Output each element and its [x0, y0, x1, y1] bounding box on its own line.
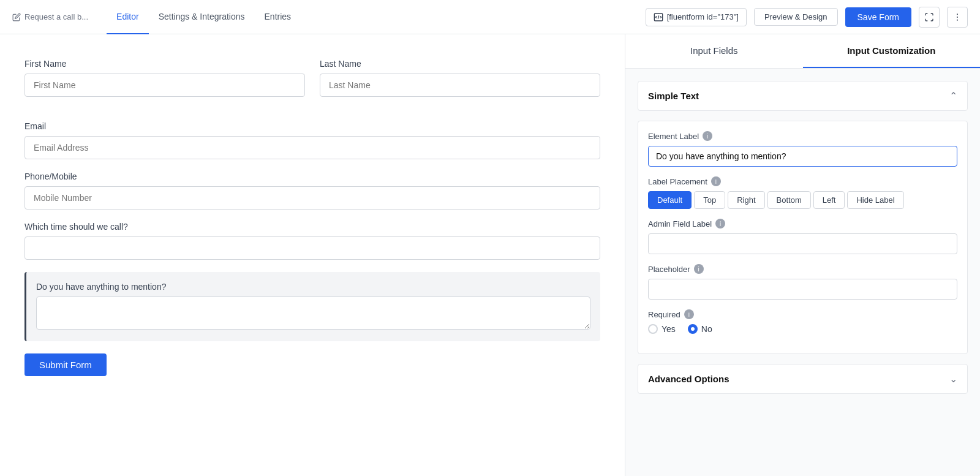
- more-options-button[interactable]: [947, 7, 968, 28]
- required-no-circle: [688, 324, 698, 334]
- placeholder-info-icon[interactable]: i: [694, 264, 704, 274]
- element-label-text: Element Label: [648, 132, 699, 141]
- shortcode-button[interactable]: [fluentform id="173"]: [646, 8, 747, 26]
- required-row: Required i Yes No: [648, 309, 957, 334]
- tab-editor[interactable]: Editor: [107, 0, 149, 34]
- svg-point-1: [957, 13, 958, 15]
- phone-group: Phone/Mobile: [24, 172, 600, 210]
- call-time-input[interactable]: [24, 236, 600, 260]
- admin-label-text: Admin Field Label: [648, 219, 712, 229]
- placement-right[interactable]: Right: [728, 191, 764, 209]
- email-label: Email: [24, 121, 600, 131]
- admin-field-label-row: Admin Field Label i: [648, 219, 957, 254]
- simple-text-chevron: ⌃: [949, 90, 957, 102]
- mention-group-highlighted: Do you have anything to mention?: [24, 272, 600, 341]
- name-row: First Name Last Name: [24, 59, 600, 109]
- last-name-input[interactable]: [320, 74, 600, 97]
- placeholder-row: Placeholder i: [648, 264, 957, 300]
- nav-tabs: Editor Settings & Integrations Entries: [107, 0, 301, 34]
- label-placement-row: Label Placement i Default Top Right Bott…: [648, 176, 957, 209]
- right-panel: Input Fields Input Customization Simple …: [625, 34, 980, 476]
- required-yes-label: Yes: [662, 324, 676, 334]
- element-label-input[interactable]: [648, 146, 957, 167]
- required-radio-group: Yes No: [648, 324, 957, 334]
- shortcode-icon: [654, 12, 663, 22]
- preview-design-button[interactable]: Preview & Design: [754, 8, 838, 26]
- required-no[interactable]: No: [688, 324, 712, 334]
- label-placement-info-icon[interactable]: i: [711, 176, 721, 186]
- simple-text-body: Element Label i Label Placement i Defaul…: [638, 121, 968, 354]
- required-text: Required: [648, 310, 680, 319]
- breadcrumb[interactable]: Request a call b...: [12, 12, 88, 21]
- tab-input-fields[interactable]: Input Fields: [625, 34, 803, 68]
- nav-left: Request a call b... Editor Settings & In…: [12, 0, 301, 34]
- breadcrumb-text: Request a call b...: [24, 12, 88, 21]
- mention-input[interactable]: [36, 297, 590, 330]
- tab-input-customization[interactable]: Input Customization: [803, 34, 981, 68]
- email-input[interactable]: [24, 136, 600, 159]
- placement-default[interactable]: Default: [648, 191, 692, 209]
- required-yes[interactable]: Yes: [648, 324, 676, 334]
- tab-settings[interactable]: Settings & Integrations: [149, 0, 255, 34]
- required-yes-circle: [648, 324, 658, 334]
- fullscreen-icon: [924, 12, 934, 22]
- shortcode-text: [fluentform id="173"]: [667, 12, 739, 21]
- admin-field-label-info-icon[interactable]: i: [715, 219, 725, 229]
- fullscreen-button[interactable]: [919, 7, 940, 28]
- label-placement-text: Label Placement: [648, 177, 707, 186]
- placeholder-field-label: Placeholder i: [648, 264, 957, 274]
- placement-bottom[interactable]: Bottom: [767, 191, 811, 209]
- submit-button[interactable]: Submit Form: [24, 353, 107, 376]
- placeholder-text: Placeholder: [648, 265, 690, 274]
- main-layout: First Name Last Name Email Phone/Mobile …: [0, 34, 980, 476]
- call-time-group: Which time should we call?: [24, 222, 600, 260]
- more-icon: [952, 12, 962, 22]
- simple-text-header[interactable]: Simple Text ⌃: [638, 81, 968, 111]
- top-nav: Request a call b... Editor Settings & In…: [0, 0, 980, 34]
- advanced-options-header[interactable]: Advanced Options ⌄: [638, 364, 968, 394]
- element-label-field-label: Element Label i: [648, 131, 957, 141]
- admin-field-label-input[interactable]: [648, 233, 957, 254]
- phone-input[interactable]: [24, 186, 600, 210]
- phone-label: Phone/Mobile: [24, 172, 600, 181]
- admin-field-label-field-label: Admin Field Label i: [648, 219, 957, 229]
- label-placement-field-label: Label Placement i: [648, 176, 957, 186]
- tab-entries[interactable]: Entries: [255, 0, 301, 34]
- svg-point-3: [957, 19, 958, 20]
- save-form-button[interactable]: Save Form: [845, 7, 911, 27]
- svg-point-2: [957, 17, 958, 18]
- first-name-input[interactable]: [24, 74, 305, 97]
- advanced-options-title: Advanced Options: [648, 374, 729, 384]
- last-name-group: Last Name: [320, 59, 600, 97]
- advanced-options-chevron: ⌄: [949, 373, 957, 385]
- required-info-icon[interactable]: i: [684, 309, 694, 319]
- placement-hide[interactable]: Hide Label: [847, 191, 903, 209]
- last-name-label: Last Name: [320, 59, 600, 69]
- simple-text-title: Simple Text: [648, 91, 699, 101]
- panel-tabs: Input Fields Input Customization: [625, 34, 980, 69]
- required-no-label: No: [701, 324, 712, 334]
- placement-buttons: Default Top Right Bottom Left Hide Label: [648, 191, 957, 209]
- first-name-label: First Name: [24, 59, 305, 69]
- placeholder-input[interactable]: [648, 279, 957, 300]
- edit-icon: [12, 13, 21, 21]
- first-name-group: First Name: [24, 59, 305, 97]
- nav-right: [fluentform id="173"] Preview & Design S…: [646, 7, 968, 28]
- placement-left[interactable]: Left: [813, 191, 845, 209]
- email-group: Email: [24, 121, 600, 159]
- call-time-label: Which time should we call?: [24, 222, 600, 232]
- mention-label: Do you have anything to mention?: [36, 282, 590, 292]
- panel-content: Simple Text ⌃ Element Label i Label Plac…: [625, 69, 980, 406]
- element-label-info-icon[interactable]: i: [703, 131, 712, 141]
- element-label-row: Element Label i: [648, 131, 957, 167]
- required-field-label: Required i: [648, 309, 957, 319]
- placement-top[interactable]: Top: [694, 191, 725, 209]
- form-editor: First Name Last Name Email Phone/Mobile …: [0, 34, 625, 476]
